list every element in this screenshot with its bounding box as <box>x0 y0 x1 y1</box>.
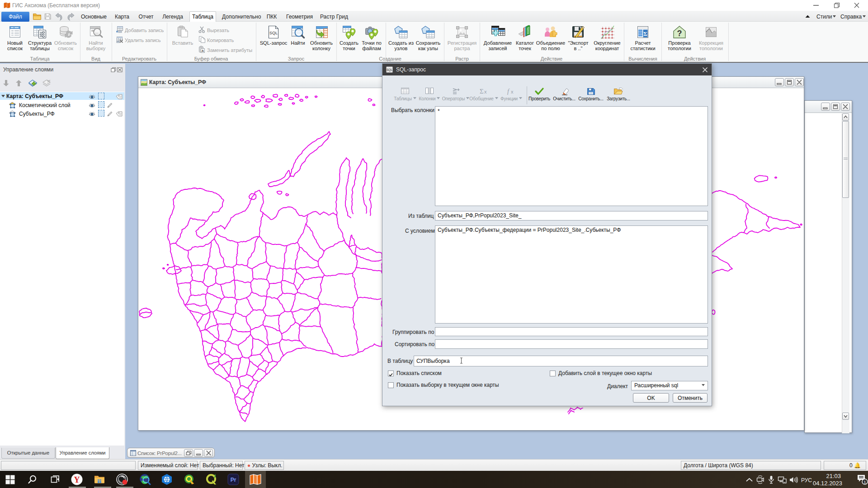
svg-text:x: x <box>484 89 487 94</box>
svg-text:1: 1 <box>863 480 866 484</box>
svg-text:Σ: Σ <box>643 30 647 37</box>
svg-text:A: A <box>202 49 204 53</box>
svg-text:f: f <box>507 88 510 95</box>
svg-text:Σ: Σ <box>480 88 484 95</box>
svg-text:SQL: SQL <box>269 31 278 35</box>
svg-text:SQL: SQL <box>387 68 392 72</box>
svg-text:?: ? <box>677 29 682 38</box>
svg-text:Y: Y <box>74 475 80 484</box>
svg-text:Pr: Pr <box>231 477 236 483</box>
svg-text:x: x <box>511 89 514 94</box>
